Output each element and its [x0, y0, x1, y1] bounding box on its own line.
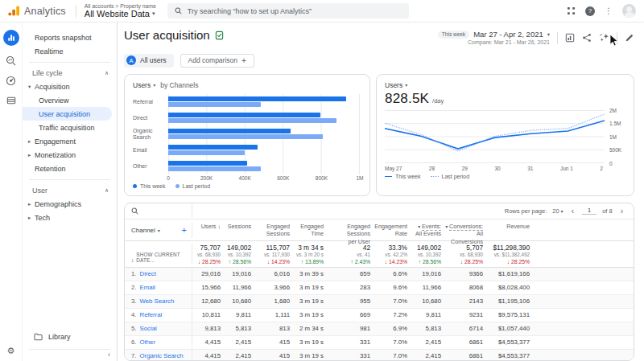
show-current-date-control[interactable]: ↕ SHOW CURRENT DATE... [125, 244, 192, 265]
column-conversions[interactable]: ▾ Conversions:All Conversions [445, 223, 487, 238]
totals-engaged: 3 m 34 svs. 3 m 20 s↑ 13.89% [294, 244, 328, 265]
channel-link[interactable]: Social [140, 325, 157, 332]
advertising-nav-icon[interactable] [6, 76, 16, 86]
table-row-web-search[interactable]: 3.Web Search12,68010,6801,6803 m 19 s955… [125, 295, 634, 309]
totals-engagement: 33.3%vs. 42.2%↓ 14.23% [374, 244, 411, 265]
help-icon[interactable]: ? [585, 6, 595, 16]
bar-email-last-period[interactable] [168, 150, 245, 155]
bar-referral-last-period[interactable] [168, 102, 261, 107]
add-column-icon[interactable]: + [182, 225, 187, 235]
bar-other-last-period[interactable] [168, 166, 261, 171]
rows-per-page-select[interactable]: 20▾ [552, 207, 563, 215]
avatar[interactable] [622, 4, 636, 18]
cell-users: 4,415 [192, 350, 225, 361]
bar-referral-this-week[interactable] [168, 96, 346, 101]
sidebar-item-demographics[interactable]: ▸Demographics [23, 197, 117, 211]
more-options-icon[interactable]: ⋮ [605, 6, 613, 15]
cell-users: 9,813 [192, 322, 225, 335]
sidebar-item-retention[interactable]: Retention [23, 162, 117, 175]
column-engaged[interactable]: EngagedTime [294, 223, 328, 238]
column-engaged-sessions[interactable]: Engaged Sessionsper User [328, 223, 374, 238]
report-info-icon[interactable] [215, 31, 224, 40]
column-channel[interactable]: Channel▾ + [125, 223, 192, 238]
channel-link[interactable]: Organic Search [140, 352, 184, 359]
edit-pencil-icon[interactable] [625, 33, 634, 43]
channel-link[interactable]: Direct [140, 270, 156, 277]
next-page-icon[interactable]: › [618, 207, 625, 215]
x-tick: 200K [200, 175, 213, 181]
sidebar-item-realtime[interactable]: Realtime [23, 44, 117, 58]
collapse-sidenav-icon[interactable]: ‹ [108, 351, 110, 359]
x-tick: 30 [494, 166, 500, 171]
sidebar-item-acquisition[interactable]: ▾Acquisition [23, 80, 117, 93]
cell-engaged: 3 m 19 s [294, 336, 328, 349]
delta-badge: ↑ 13.89% [294, 259, 324, 266]
reports-nav-icon[interactable] [3, 30, 19, 46]
segment-chip-all-users[interactable]: A All users [124, 54, 174, 68]
prev-page-icon[interactable]: ‹ [569, 207, 576, 215]
rows-per-page-label: Rows per page: [505, 207, 547, 215]
table-row-referral[interactable]: 4.Referral10,8119,8111,1113 m 19 s6697.2… [125, 309, 634, 322]
cell-sessions: 5,813 [225, 322, 255, 335]
explore-nav-icon[interactable] [6, 55, 16, 66]
bar-direct-this-week[interactable] [168, 113, 320, 117]
y-tick: 1.5M [609, 121, 621, 126]
channel-link[interactable]: Referral [140, 311, 163, 318]
bar-email-this-week[interactable] [168, 145, 258, 150]
cell-users: 29,016 [192, 268, 225, 281]
nav-section-life-cycle[interactable]: Life cycle∧ [23, 67, 117, 80]
report-snapshot-card-icon[interactable] [565, 33, 575, 43]
nav-section-user[interactable]: User∧ [23, 184, 117, 197]
add-comparison-button[interactable]: Add comparison + [180, 54, 254, 68]
line-metric-dropdown[interactable]: Users [385, 81, 402, 89]
add-comparison-label: Add comparison [188, 56, 237, 64]
bar-metric-dropdown[interactable]: Users [133, 81, 151, 89]
sidebar-item-traffic-acquisition[interactable]: Traffic acquisition [23, 121, 117, 134]
channel-link[interactable]: Web Search [140, 297, 175, 305]
bar-organic-search-last-period[interactable] [168, 134, 323, 139]
x-tick: 1M [356, 175, 363, 181]
column-sessions[interactable]: Sessions [225, 223, 255, 238]
configure-nav-icon[interactable] [6, 96, 16, 105]
sidebar-item-library[interactable]: Library [23, 330, 117, 344]
icon-rail: ⚙ [0, 23, 23, 361]
table-row-other[interactable]: 6.Other4,4152,4154153 m 19 s3317.0%2,415… [125, 336, 634, 350]
sidebar-item-overview[interactable]: Overview [23, 93, 117, 107]
cell-sessions: 9,811 [225, 309, 255, 322]
table-row-social[interactable]: 5.Social9,8135,8138132 m 34 s9816.9%5,81… [125, 322, 634, 336]
sidebar-item-user-acquisition[interactable]: User acquisition [23, 107, 112, 121]
insights-icon[interactable] [599, 33, 609, 43]
table-search-icon[interactable] [131, 207, 138, 215]
sidebar-item-engagement[interactable]: ▸Engagement [23, 134, 117, 148]
cell-sessions: 2,415 [225, 350, 255, 361]
date-range-picker[interactable]: This week Mar 27 - Apr 2, 2021 ▾ Compare… [438, 30, 550, 47]
share-icon[interactable] [582, 33, 592, 43]
divider [557, 32, 558, 44]
channel-link[interactable]: Email [140, 284, 156, 291]
bar-other-this-week[interactable] [168, 161, 247, 166]
column-users[interactable]: Users ↓ [192, 223, 225, 238]
column-engaged[interactable]: EngagedSessions [255, 223, 294, 238]
table-row-organic-search[interactable]: 7.Organic Search4,4152,4154153 m 19 s331… [125, 350, 634, 361]
table-row-email[interactable]: 2.Email15,96611,9663,9663 m 19 s2839.6%1… [125, 281, 634, 295]
bar-organic-search-this-week[interactable] [168, 129, 291, 133]
column-engagement[interactable]: EngagementRate [374, 223, 411, 238]
sidebar-item-tech[interactable]: ▸Tech [23, 211, 117, 224]
column-events[interactable]: ▾ Events:All Events [411, 223, 445, 238]
table-row-direct[interactable]: 1.Direct29,01619,0166,0163 m 39 s6596.6%… [125, 268, 634, 281]
sidebar-item-reports-snapshot[interactable]: Reports snapshot [23, 31, 117, 44]
property-switcher[interactable]: All accounts > Property name All Website… [85, 3, 156, 19]
bar-direct-last-period[interactable] [168, 118, 336, 123]
chevron-down-icon: ▾ [152, 10, 155, 17]
channel-link[interactable]: Other [140, 338, 156, 346]
page-number-input[interactable]: 1 [582, 207, 597, 215]
acquisition-table: Rows per page: 20▾ ‹ 1 of 8 › Channel▾ +… [124, 203, 634, 361]
compare-range: Compare: Mar 21 - Mar 26, 2021 [468, 39, 550, 47]
sidebar-item-monetization[interactable]: ▸Monetization [23, 148, 117, 162]
cell-engaged-sessions: 669 [328, 309, 374, 322]
totals-conversions: 5,707vs. 68,930↓ 28.25% [445, 244, 487, 265]
admin-gear-icon[interactable]: ⚙ [7, 346, 15, 356]
search-input[interactable]: Try searching “how to set up Analytics” [167, 3, 409, 18]
column-revenue[interactable]: Revenue [487, 223, 534, 238]
apps-grid-icon[interactable] [567, 6, 576, 15]
